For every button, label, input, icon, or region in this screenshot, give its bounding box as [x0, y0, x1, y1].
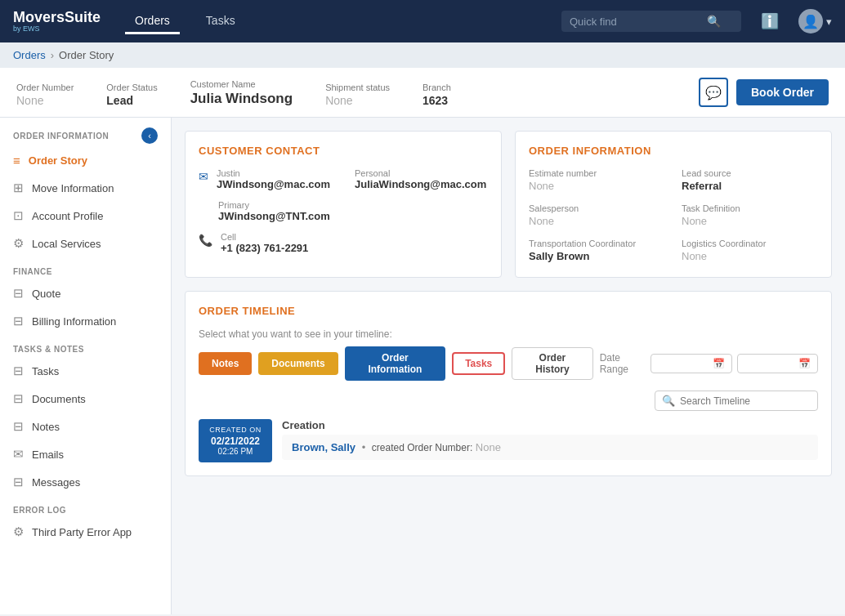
documents-icon: ⊟	[13, 391, 24, 406]
salesperson-field: Salesperson None	[529, 203, 665, 227]
entry-dot: •	[362, 441, 366, 453]
phone-label: Cell	[221, 232, 308, 242]
message-button[interactable]: 💬	[699, 78, 728, 107]
timeline-panel: ORDER TIMELINE Select what you want to s…	[185, 291, 832, 476]
filter-tasks-button[interactable]: Tasks	[452, 352, 505, 375]
nav-tasks[interactable]: Tasks	[196, 9, 245, 34]
entry-author[interactable]: Brown, Sally	[292, 441, 355, 453]
app-sub: by EWS	[13, 25, 101, 33]
order-meta: Order Number None Order Status Lead Cust…	[0, 68, 845, 118]
filter-notes-button[interactable]: Notes	[199, 352, 252, 375]
timeline-entry-content: Brown, Sally • created Order Number: Non…	[282, 435, 818, 460]
salesperson-label: Salesperson	[529, 203, 665, 213]
sidebar-item-quote[interactable]: ⊟ Quote	[0, 279, 171, 307]
move-info-icon: ⊞	[13, 181, 24, 195]
breadcrumb: Orders › Order Story	[0, 42, 845, 68]
account-profile-icon: ⊡	[13, 208, 24, 223]
sidebar-item-account-profile[interactable]: ⊡ Account Profile	[0, 202, 171, 230]
entry-value: None	[476, 441, 501, 453]
emails-icon: ✉	[13, 447, 24, 462]
sidebar-item-billing[interactable]: ⊟ Billing Information	[0, 307, 171, 335]
sidebar-item-emails[interactable]: ✉ Emails	[0, 440, 171, 468]
transport-label: Transportation Coordinator	[529, 239, 665, 248]
badge-label: CREATED ON	[207, 426, 264, 434]
book-order-button[interactable]: Book Order	[736, 79, 829, 105]
user-menu[interactable]: 👤 ▾	[798, 9, 832, 33]
sidebar-label-move-info: Move Information	[32, 182, 114, 194]
calendar-end-icon: 📅	[798, 358, 811, 369]
customer-name-value: Julia Windsong	[190, 91, 293, 107]
sidebar-label-tasks: Tasks	[32, 365, 59, 377]
app-name: MoversSuite	[13, 9, 101, 25]
sidebar-item-tasks[interactable]: ⊟ Tasks	[0, 357, 171, 385]
order-info-panel: ORDER INFORMATION Estimate number None L…	[515, 131, 832, 278]
third-party-icon: ⚙	[13, 524, 24, 539]
sidebar-item-documents[interactable]: ⊟ Documents	[0, 385, 171, 413]
filter-order-history-button[interactable]: Order History	[512, 347, 592, 380]
phone-detail: Cell +1 (823) 761-2291	[221, 232, 308, 254]
filter-documents-button[interactable]: Documents	[258, 352, 338, 375]
sidebar-item-local-services[interactable]: ⚙ Local Services	[0, 230, 171, 257]
task-def-value: None	[682, 215, 818, 227]
sidebar-label-billing: Billing Information	[32, 315, 116, 328]
entry-action: created Order Number:	[372, 442, 472, 453]
sidebar-label-third-party: Third Party Error App	[32, 526, 132, 538]
date-start-input[interactable]: 📅	[651, 354, 731, 373]
sidebar: ORDER INFORMATION ‹ ≡ Order Story ⊞ Move…	[0, 118, 172, 614]
main-layout: ORDER INFORMATION ‹ ≡ Order Story ⊞ Move…	[0, 118, 845, 614]
sidebar-item-third-party-error[interactable]: ⚙ Third Party Error App	[0, 518, 171, 546]
nav-orders[interactable]: Orders	[125, 9, 180, 34]
lead-source-label: Lead source	[682, 168, 818, 178]
avatar: 👤	[798, 9, 823, 33]
logistics-field: Logistics Coordinator None	[682, 239, 818, 262]
shipment-value: None	[325, 94, 390, 107]
email3-label: Primary	[218, 200, 330, 210]
phone-row: 📞 Cell +1 (823) 761-2291	[199, 232, 488, 254]
order-info-title: ORDER INFORMATION	[529, 145, 818, 157]
breadcrumb-orders[interactable]: Orders	[13, 49, 46, 61]
messages-icon: ⊟	[13, 475, 24, 489]
branch-label: Branch	[422, 83, 451, 92]
branch-value: 1623	[422, 94, 451, 107]
sidebar-label-account-profile: Account Profile	[32, 210, 103, 222]
shipment-status-field: Shipment status None	[325, 83, 390, 107]
estimate-value: None	[529, 180, 665, 192]
shipment-label: Shipment status	[325, 83, 390, 92]
order-info-grid: Estimate number None Lead source Referra…	[529, 168, 818, 262]
filter-order-info-button[interactable]: Order Information	[345, 346, 445, 381]
sidebar-collapse-button[interactable]: ‹	[141, 127, 158, 144]
date-end-input[interactable]: 📅	[737, 354, 818, 373]
estimate-label: Estimate number	[529, 168, 665, 178]
sidebar-item-messages[interactable]: ⊟ Messages	[0, 468, 171, 496]
customer-name-field: Customer Name Julia Windsong	[190, 79, 293, 107]
logistics-value: None	[682, 250, 818, 262]
billing-icon: ⊟	[13, 314, 24, 328]
order-story-icon: ≡	[13, 154, 20, 167]
timeline-search-input[interactable]	[680, 395, 811, 407]
transport-value: Sally Brown	[529, 250, 665, 262]
estimate-field: Estimate number None	[529, 168, 665, 192]
info-icon[interactable]: ℹ️	[758, 9, 782, 33]
lead-source-field: Lead source Referral	[682, 168, 818, 192]
email1-label: Justin	[217, 168, 330, 178]
email2-value: JuliaWindsong@mac.com	[355, 178, 486, 190]
sidebar-item-notes[interactable]: ⊟ Notes	[0, 413, 171, 440]
breadcrumb-current: Order Story	[59, 49, 114, 61]
sidebar-label-notes: Notes	[32, 421, 60, 433]
phone-value: +1 (823) 761-2291	[221, 242, 308, 254]
order-number-field: Order Number None	[16, 83, 74, 107]
sidebar-item-order-story[interactable]: ≡ Order Story	[0, 147, 171, 174]
sidebar-item-move-information[interactable]: ⊞ Move Information	[0, 174, 171, 202]
sidebar-label-local-services: Local Services	[32, 238, 101, 250]
search-input[interactable]	[570, 16, 700, 28]
date-range-area: Date Range 📅 📅	[600, 352, 818, 375]
transport-field: Transportation Coordinator Sally Brown	[529, 239, 665, 262]
sidebar-section-order-info: ORDER INFORMATION ‹	[0, 118, 171, 147]
top-nav: MoversSuite by EWS Orders Tasks 🔍 ℹ️ 👤 ▾	[0, 0, 845, 42]
logistics-label: Logistics Coordinator	[682, 239, 818, 248]
badge-date: 02/21/2022	[207, 435, 264, 447]
search-box: 🔍	[561, 11, 741, 32]
customer-contact-panel: CUSTOMER CONTACT ✉ Justin JWindsong@mac.…	[185, 131, 502, 278]
email2-label: Personal	[355, 168, 486, 178]
entry-section: Creation	[282, 419, 818, 431]
